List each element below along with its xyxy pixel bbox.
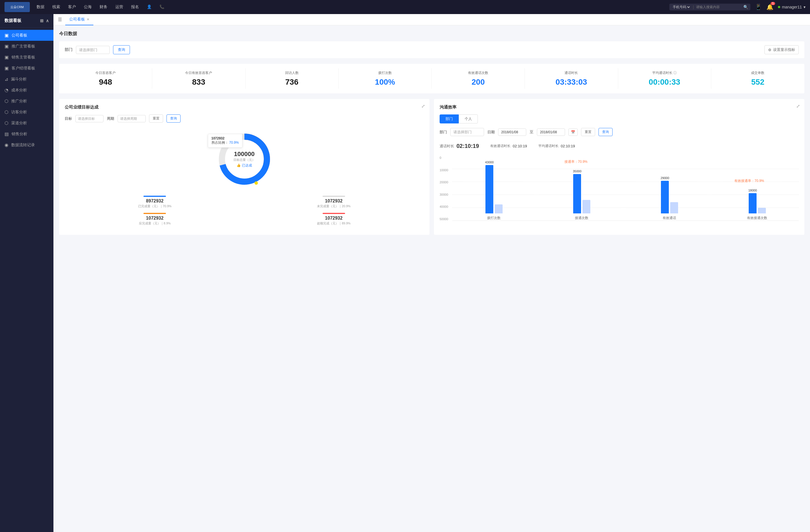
main-layout: 数据看板 ⊞ ∧ ▣ 公司看板 ▣ 推广主管看板 ▣ 销售主管看板 ▣ 客户经理… bbox=[0, 14, 810, 532]
uncompleted-desc: 未完成量（元）｜20.9% bbox=[247, 204, 421, 209]
tab-close-btn[interactable]: ✕ bbox=[87, 17, 90, 21]
talk-main: 通话时长 02:10:19 bbox=[440, 143, 479, 149]
y-axis-labels: 50000 40000 30000 20000 10000 0 bbox=[440, 156, 451, 221]
sidebar-item-flow[interactable]: ◉ 数据流转记录 bbox=[0, 139, 53, 150]
target-reset-btn[interactable]: 重置 bbox=[149, 114, 163, 122]
settings-display-btn[interactable]: ⚙ 设置显示指标 bbox=[764, 45, 799, 54]
target-stat-uncompleted: 1072932 未完成量（元）｜20.9% bbox=[247, 196, 421, 209]
target-panel: 公司业绩目标达成 ⤢ 目标 请选择目标 周期 请选择周期 重置 查询 bbox=[59, 99, 430, 235]
nav-data[interactable]: 数据 bbox=[36, 4, 45, 10]
donut-center-value: 100000 bbox=[233, 150, 255, 158]
nav-ops[interactable]: 运营 bbox=[115, 4, 123, 10]
stat-effective-consult: 今日有效首咨客户 833 bbox=[152, 68, 245, 89]
today-query-btn[interactable]: 查询 bbox=[113, 45, 130, 54]
bar-x-label-effective: 有效通话 bbox=[663, 216, 676, 220]
target-period-select[interactable]: 请选择周期 bbox=[117, 115, 146, 122]
eff-date-from[interactable] bbox=[498, 129, 526, 136]
sidebar-item-sales[interactable]: ▣ 销售主管看板 bbox=[0, 52, 53, 63]
bar-label-effective-29000: 29000 bbox=[661, 176, 669, 180]
dept-filter-select[interactable]: 请选择部门 bbox=[76, 46, 110, 54]
sidebar-item-visitor[interactable]: ⬡ 访客分析 bbox=[0, 106, 53, 118]
stat-effective-calls-value: 200 bbox=[435, 78, 521, 87]
search-divider: | bbox=[693, 5, 694, 9]
efficiency-panel-title: 沟通效率 bbox=[440, 105, 799, 110]
flow-icon: ◉ bbox=[4, 142, 9, 148]
search-bar: 手机号码 | 🔍 bbox=[669, 4, 751, 11]
donut-section: 1072932 所占比例： 70.9% bbox=[65, 128, 424, 190]
eff-tab-dept[interactable]: 部门 bbox=[440, 114, 459, 123]
eff-dept-select[interactable]: 请选择部门 bbox=[450, 128, 484, 136]
sidebar-item-channel[interactable]: ⬡ 渠道分析 bbox=[0, 118, 53, 129]
nav-public[interactable]: 公海 bbox=[84, 4, 92, 10]
sidebar-item-cost[interactable]: ◔ 成本分析 bbox=[0, 85, 53, 96]
sidebar-item-promo[interactable]: ▣ 推广主管看板 bbox=[0, 41, 53, 52]
sidebar-item-company[interactable]: ▣ 公司看板 bbox=[0, 30, 53, 41]
settings-btn-label: 设置显示指标 bbox=[773, 47, 795, 52]
avg-talk-sub: 平均通话时长 02:10:19 bbox=[538, 144, 575, 148]
user-dropdown-icon[interactable]: ▾ bbox=[804, 5, 806, 9]
donut-tooltip: 1072932 所占比例： 70.9% bbox=[208, 134, 242, 148]
sidebar-expand-icon[interactable]: ⊞ bbox=[40, 18, 44, 23]
funnel-icon: ⊿ bbox=[4, 77, 8, 82]
bar-pair-dial: 43000 bbox=[452, 161, 535, 213]
bar-effconnect-main bbox=[749, 193, 757, 213]
eff-query-btn[interactable]: 查询 bbox=[599, 128, 613, 136]
nav-signup[interactable]: 报名 bbox=[131, 4, 139, 10]
target-panel-expand-icon[interactable]: ⤢ bbox=[421, 103, 425, 109]
stat-first-consult: 今日首咨客户 948 bbox=[59, 68, 152, 89]
bar-pair-eff-connect: 18000 bbox=[748, 189, 766, 213]
efficiency-panel-expand-icon[interactable]: ⤢ bbox=[796, 103, 800, 109]
search-icon[interactable]: 🔍 bbox=[743, 5, 748, 9]
target-goal-select[interactable]: 请选择目标 bbox=[75, 115, 103, 122]
eff-connect-rate-annotation: 有效接通率：70.9% bbox=[734, 179, 764, 183]
target-goal-label: 目标 bbox=[65, 116, 72, 121]
promo2-icon: ⬡ bbox=[4, 98, 9, 104]
tab-company-board[interactable]: 公司看板 ✕ bbox=[65, 14, 93, 25]
main-content: 今日数据 部门 请选择部门 查询 ⚙ 设置显示指标 今日首咨客户 bbox=[53, 25, 810, 532]
nav-finance[interactable]: 财务 bbox=[100, 4, 108, 10]
talk-stats: 通话时长 02:10:19 有效通话时长 02:10:19 平均通话时长 02:… bbox=[440, 140, 799, 152]
eff-tab-person[interactable]: 个人 bbox=[459, 114, 478, 123]
search-input[interactable] bbox=[696, 5, 741, 9]
nav-person-icon[interactable]: 👤 bbox=[147, 4, 151, 10]
target-query-btn[interactable]: 查询 bbox=[166, 114, 181, 122]
y-label-30000: 30000 bbox=[440, 193, 451, 196]
target-stat-exceed: 1072932 超额完成（元）｜89.9% bbox=[247, 213, 421, 226]
y-label-50000: 50000 bbox=[440, 217, 451, 221]
sidebar-item-promo2[interactable]: ⬡ 推广分析 bbox=[0, 96, 53, 106]
tablet-icon-btn[interactable]: 📱 bbox=[755, 4, 762, 11]
nav-right: 手机号码 | 🔍 📱 🔔 5 manager11 ▾ bbox=[669, 4, 806, 11]
stat-effective-consult-label: 今日有效首咨客户 bbox=[156, 70, 242, 76]
user-info[interactable]: manager11 ▾ bbox=[778, 5, 806, 9]
stat-revisit-value: 736 bbox=[249, 78, 335, 87]
talk-time-label: 通话时长 bbox=[440, 144, 454, 149]
stat-dial-label: 拨打次数 bbox=[342, 70, 428, 76]
sidebar-item-funnel[interactable]: ⊿ 漏斗分析 bbox=[0, 74, 53, 85]
effective-talk-label: 有效通话时长 bbox=[490, 144, 511, 148]
nav-leads[interactable]: 线索 bbox=[52, 4, 60, 10]
sidebar-item-sales2[interactable]: ▤ 销售分析 bbox=[0, 129, 53, 139]
talk-time-value: 02:10:19 bbox=[456, 143, 479, 149]
nav-phone-icon[interactable]: 📞 bbox=[160, 4, 164, 10]
stat-revisit-label: 回访人数 bbox=[249, 70, 335, 76]
sidebar-item-customer[interactable]: ▣ 客户经理看板 bbox=[0, 63, 53, 74]
eff-date-to[interactable] bbox=[537, 129, 565, 136]
stat-avg-talk-value: 00:00:33 bbox=[621, 78, 708, 87]
nav-customers[interactable]: 客户 bbox=[68, 4, 76, 10]
avg-talk-sub-value: 02:10:19 bbox=[561, 144, 575, 148]
notification-btn[interactable]: 🔔 5 bbox=[766, 4, 774, 11]
target-stats-grid: 8972932 已完成量（元）｜70.9% 1072932 未完成量（元）｜20… bbox=[65, 196, 424, 226]
bar-pair-effective: 29000 bbox=[628, 176, 711, 213]
search-type-select[interactable]: 手机号码 bbox=[671, 5, 691, 9]
sidebar-collapse-icon[interactable]: ∧ bbox=[46, 18, 49, 23]
sidebar: 数据看板 ⊞ ∧ ▣ 公司看板 ▣ 推广主管看板 ▣ 销售主管看板 ▣ 客户经理… bbox=[0, 14, 53, 532]
svg-point-3 bbox=[255, 181, 258, 185]
sidebar-item-flow-label: 数据流转记录 bbox=[11, 143, 35, 148]
target-panel-title: 公司业绩目标达成 bbox=[65, 105, 424, 110]
channel-icon: ⬡ bbox=[4, 120, 9, 126]
tab-toggle-icon[interactable]: ☰ bbox=[58, 17, 62, 22]
should-complete-bar bbox=[143, 213, 166, 214]
avg-talk-info-icon[interactable]: ⓘ bbox=[673, 71, 677, 75]
eff-reset-btn[interactable]: 重置 bbox=[581, 128, 595, 136]
eff-date-picker-btn[interactable]: 📅 bbox=[568, 129, 578, 136]
